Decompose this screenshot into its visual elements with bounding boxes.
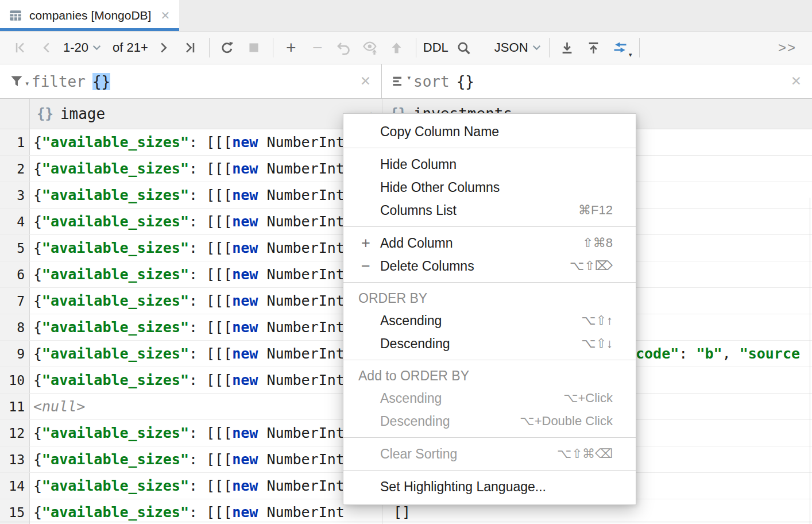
cell-image[interactable]: <null>: [30, 394, 383, 419]
table-grid-icon: [8, 8, 23, 23]
row-number[interactable]: 6: [0, 261, 30, 287]
cell-image[interactable]: {"available_sizes": [[[new NumberInt: [30, 314, 383, 340]
menu-section-header: Add to ORDER BY: [343, 365, 636, 387]
ddl-label: DDL: [423, 40, 448, 55]
cell-image[interactable]: {"available_sizes": [[[new NumberInt: [30, 473, 383, 499]
delete-row-button[interactable]: −: [307, 36, 328, 60]
menu-item-columns-list[interactable]: Columns List⌘F12: [343, 199, 636, 222]
row-number[interactable]: 1: [0, 129, 30, 155]
row-number[interactable]: 11: [0, 394, 30, 419]
syntax-token: [[[: [206, 451, 232, 468]
row-number[interactable]: 10: [0, 367, 30, 393]
menu-item-hide-other-columns[interactable]: Hide Other Columns: [343, 176, 636, 199]
syntax-token: "available_sizes": [42, 292, 189, 309]
sort-input[interactable]: {}: [457, 73, 474, 90]
cell-image[interactable]: {"available_sizes": [[[new NumberInt: [30, 446, 383, 472]
syntax-token: "available_sizes": [42, 266, 189, 283]
more-actions-button[interactable]: >>: [776, 36, 798, 60]
cell-image[interactable]: {"available_sizes": [[[new NumberInt: [30, 182, 383, 208]
row-number[interactable]: 3: [0, 182, 30, 208]
filter-input[interactable]: {}: [92, 73, 110, 90]
menu-item-shortcut: ⌥⇧⌘⌫: [541, 446, 613, 461]
submit-changes-button[interactable]: [386, 36, 408, 60]
add-row-button[interactable]: +: [280, 36, 302, 60]
syntax-token: [[[: [206, 240, 232, 256]
cell-image[interactable]: {"available_sizes": [[[new NumberInt: [30, 288, 383, 314]
clear-sort-icon[interactable]: ✕: [791, 74, 802, 89]
filter-pane[interactable]: ▾ filter {} ✕: [0, 64, 382, 98]
compare-with-button[interactable]: ▾: [609, 36, 631, 60]
filter-funnel-icon[interactable]: ▾: [9, 74, 25, 89]
syntax-token: new: [232, 187, 258, 203]
preview-changes-button[interactable]: [359, 36, 381, 60]
last-page-button[interactable]: [179, 36, 201, 60]
syntax-token: <null>: [33, 398, 85, 415]
row-number[interactable]: 8: [0, 314, 30, 340]
syntax-token: {: [33, 187, 42, 203]
page-range-dropdown[interactable]: 1-20: [63, 40, 101, 55]
column-header-image[interactable]: {} image ▲: [30, 99, 383, 129]
close-icon[interactable]: ✕: [160, 9, 170, 22]
cell-image[interactable]: {"available_sizes": [[[new NumberInt: [30, 261, 383, 287]
menu-item-label: Copy Column Name: [380, 124, 499, 140]
find-icon[interactable]: [453, 36, 475, 60]
menu-item-label: Columns List: [380, 203, 457, 218]
menu-item-shortcut: ⌥⇧↑: [565, 313, 613, 328]
row-number[interactable]: 5: [0, 235, 30, 261]
stop-button[interactable]: [243, 36, 265, 60]
previous-page-button[interactable]: [36, 36, 57, 60]
revert-changes-button[interactable]: [333, 36, 355, 60]
syntax-token: [[[: [206, 425, 232, 441]
syntax-token: {: [33, 134, 42, 151]
view-format-dropdown[interactable]: JSON: [494, 36, 541, 60]
reload-page-button[interactable]: [216, 36, 238, 60]
row-number[interactable]: 4: [0, 209, 30, 234]
ddl-button[interactable]: DDL: [423, 36, 448, 60]
syntax-token: "source: [740, 345, 800, 362]
syntax-token: "b": [696, 345, 722, 362]
first-page-button[interactable]: [9, 36, 31, 60]
cell-image[interactable]: {"available_sizes": [[[new NumberInt: [30, 209, 383, 234]
cell-image[interactable]: {"available_sizes": [[[new NumberInt: [30, 156, 383, 182]
cell-image[interactable]: {"available_sizes": [[[new NumberInt: [30, 129, 383, 155]
row-number[interactable]: 12: [0, 420, 30, 446]
row-number[interactable]: 2: [0, 156, 30, 182]
syntax-token: {: [33, 319, 42, 336]
import-data-button[interactable]: [583, 36, 605, 60]
row-number[interactable]: 9: [0, 341, 30, 367]
object-type-icon: {}: [37, 106, 53, 122]
row-number[interactable]: 13: [0, 446, 30, 472]
menu-item-descending[interactable]: Descending⌥⇧↓: [343, 332, 636, 355]
syntax-token: "available_sizes": [42, 213, 189, 230]
next-page-button[interactable]: [153, 36, 175, 60]
cell-image[interactable]: {"available_sizes": [[[new NumberInt: [30, 235, 383, 261]
cell-image[interactable]: {"available_sizes": [[[new NumberInt: [30, 420, 383, 446]
menu-item-copy-column-name[interactable]: Copy Column Name: [343, 120, 636, 143]
clear-filter-icon[interactable]: ✕: [360, 74, 371, 89]
menu-separator: [343, 437, 636, 438]
syntax-token: "available_sizes": [42, 345, 189, 362]
row-number[interactable]: 15: [0, 499, 30, 524]
export-data-button[interactable]: [556, 36, 578, 60]
menu-item-delete-columns[interactable]: −Delete Columns⌥⇧⌦: [343, 255, 636, 278]
menu-item-shortcut: ⌥+Click: [547, 391, 613, 406]
menu-item-set-highlighting-language[interactable]: Set Highlighting Language...: [343, 475, 636, 498]
syntax-token: NumberInt: [258, 477, 345, 494]
syntax-token: "available_sizes": [42, 187, 189, 203]
cell-image[interactable]: {"available_sizes": [[[new NumberInt: [30, 499, 383, 524]
menu-item-ascending[interactable]: Ascending⌥⇧↑: [343, 309, 636, 332]
syntax-token: {: [33, 292, 42, 309]
cell-image[interactable]: {"available_sizes": [[[new NumberInt: [30, 367, 383, 393]
cell-image[interactable]: {"available_sizes": [[[new NumberInt: [30, 341, 383, 367]
row-number[interactable]: 7: [0, 288, 30, 314]
menu-item-hide-column[interactable]: Hide Column: [343, 153, 636, 176]
row-number[interactable]: 14: [0, 473, 30, 499]
menu-item-clear-sorting: Clear Sorting⌥⇧⌘⌫: [343, 442, 636, 465]
sort-pane[interactable]: ▾ sort {} ✕: [382, 64, 812, 98]
sort-lines-icon[interactable]: ▾: [391, 74, 407, 89]
syntax-token: :: [189, 451, 206, 468]
menu-item-shortcut: ⌥⇧↓: [565, 336, 613, 351]
menu-item-add-column[interactable]: +Add Column⇧⌘8: [343, 232, 636, 255]
tab-companies-mongodb[interactable]: companies [MongoDB] ✕: [0, 0, 179, 31]
syntax-token: new: [232, 504, 258, 521]
